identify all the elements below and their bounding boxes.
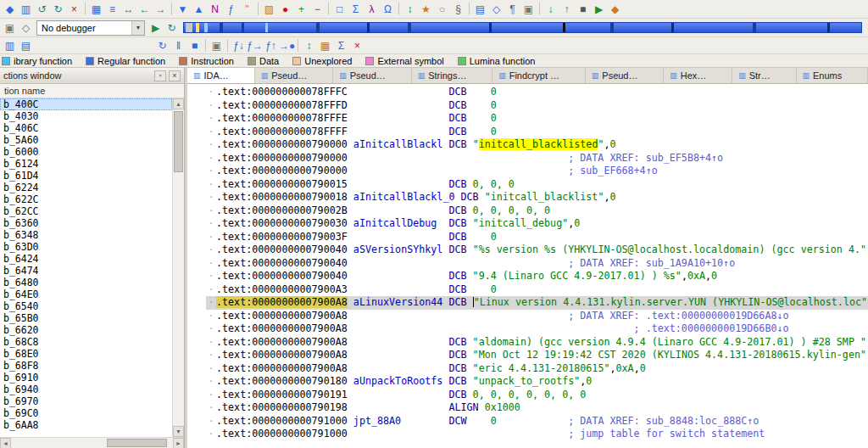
- disasm-line[interactable]: ·.text:00000000007900A8 DCB "eric 4.4.13…: [206, 362, 868, 376]
- run-to-cursor-icon[interactable]: →●: [279, 38, 295, 53]
- source-toggle-icon[interactable]: ▣: [2, 20, 18, 36]
- marker-icon[interactable]: ◆: [607, 2, 623, 17]
- ida-view-icon[interactable]: ▥: [18, 2, 34, 17]
- disasm-line[interactable]: ·.text:0000000000790198 ALIGN 0x1000: [206, 401, 868, 415]
- disasm-line[interactable]: ·.text:0000000000790000 aInitcallBlackl …: [206, 138, 868, 152]
- function-list-item[interactable]: b_6910: [0, 372, 172, 384]
- disasm-line[interactable]: ·.text:0000000000790040 DCB "9.4 (Linaro…: [206, 270, 868, 283]
- disasm-line[interactable]: ·.text:00000000007900A8 ; .text:00000000…: [206, 322, 868, 336]
- structures-icon[interactable]: □: [331, 2, 348, 17]
- tracing-icon[interactable]: ↕: [301, 38, 317, 53]
- function-list-item[interactable]: b_6474: [0, 265, 172, 277]
- function-list-item[interactable]: b_6124: [0, 158, 172, 170]
- disasm-line[interactable]: ·.text:000000000079003F DCB 0: [206, 231, 868, 244]
- function-list-item[interactable]: b_6000: [0, 146, 172, 158]
- tab-strings[interactable]: ▥Strings…: [412, 68, 493, 83]
- comments-icon[interactable]: ¶: [504, 2, 520, 17]
- tab-pseud[interactable]: ▥Pseud…: [255, 68, 334, 83]
- function-list-item[interactable]: b_6424: [0, 253, 172, 265]
- continue-process-icon[interactable]: ↻: [154, 38, 170, 53]
- scroll-down-icon[interactable]: ▼: [173, 426, 184, 437]
- signatures-icon[interactable]: Σ: [348, 2, 364, 17]
- function-list-item[interactable]: b_4030: [0, 110, 172, 122]
- disasm-line[interactable]: ·.text:000000000079002B DCB 0, 0, 0, 0, …: [206, 204, 868, 218]
- windows-icon[interactable]: ▤: [472, 2, 488, 17]
- disasm-line[interactable]: ·.text:00000000007900A8 aLinuxVersion44 …: [206, 296, 868, 310]
- add-icon[interactable]: +: [293, 2, 309, 17]
- function-list-item[interactable]: b_6AA8: [0, 419, 172, 431]
- segments-icon[interactable]: ▧: [261, 2, 277, 17]
- horizontal-scroll-thumb[interactable]: [107, 439, 168, 447]
- functions-horizontal-scrollbar[interactable]: ◄ ►: [0, 437, 184, 448]
- tab-pseud[interactable]: ▥Pseud…: [586, 68, 665, 83]
- tab-str[interactable]: ▥Str…: [732, 68, 796, 83]
- jump-up-icon[interactable]: ▲: [191, 2, 207, 17]
- disasm-line[interactable]: ·.text:00000000007900A8 DCB "aldomain) (…: [206, 336, 868, 350]
- disasm-line[interactable]: ·.text:0000000000790015 DCB 0, 0, 0: [206, 178, 868, 192]
- disasm-line[interactable]: ·.text:000000000078FFFE DCB 0: [206, 112, 868, 126]
- scripts-icon[interactable]: λ: [364, 2, 380, 17]
- navigation-band[interactable]: [183, 22, 862, 33]
- float-panel-icon[interactable]: ▫: [154, 70, 166, 81]
- tab-findcrypt[interactable]: ▥Findcrypt …: [492, 68, 586, 83]
- memory-view-icon[interactable]: ▦: [317, 38, 333, 53]
- debugger-select[interactable]: No debugger ▼: [36, 20, 145, 36]
- run-until-return-icon[interactable]: ƒ↑: [263, 38, 279, 53]
- pause-process-icon[interactable]: ‖: [170, 38, 186, 53]
- function-list-item[interactable]: b_6360: [0, 217, 172, 229]
- play-icon[interactable]: ▶: [591, 2, 607, 17]
- imports-icon[interactable]: Ω: [380, 2, 396, 17]
- function-list-item[interactable]: b_68F8: [0, 360, 172, 372]
- function-list-item[interactable]: b_65B0: [0, 312, 172, 324]
- scroll-up-icon[interactable]: ▲: [173, 98, 184, 109]
- disasm-line[interactable]: ·.text:00000000007900A8 ; DATA XREF: .te…: [206, 310, 868, 323]
- disasm-line[interactable]: ·.text:0000000000790030 aInitcallDebug D…: [206, 217, 868, 231]
- functions-vertical-scrollbar[interactable]: ▲ ▼: [172, 98, 184, 437]
- debugger-windows-icon[interactable]: ▣: [209, 38, 225, 53]
- function-list-item[interactable]: b_68C8: [0, 336, 172, 348]
- text-view-icon[interactable]: ≡: [104, 2, 120, 17]
- disasm-line[interactable]: ·.text:000000000078FFFF DCB 0: [206, 126, 868, 139]
- disasm-line[interactable]: ·.text:0000000000790040 aSVersionSYhkyl …: [206, 244, 868, 257]
- disasm-line[interactable]: ·.text:0000000000790000 ; DATA XREF: sub…: [206, 152, 868, 165]
- forward-icon[interactable]: →: [153, 2, 169, 17]
- swap-icon[interactable]: ↕: [402, 2, 418, 17]
- step-into-icon[interactable]: ƒ↓: [231, 38, 247, 53]
- disasm-line[interactable]: ·.text:0000000000791000 ; jump table for…: [206, 428, 868, 441]
- navigate-icon[interactable]: ◆: [2, 2, 18, 17]
- tab-enums[interactable]: ▥Enums: [797, 68, 868, 83]
- function-list-item[interactable]: b_6970: [0, 395, 172, 407]
- disasm-line[interactable]: ·.text:00000000007900A8 DCB "Mon Oct 12 …: [206, 349, 868, 362]
- disasm-line[interactable]: ·.text:0000000000791000 jpt_88A0 DCW 0 ;…: [206, 415, 868, 428]
- functions-icon[interactable]: ƒ: [223, 2, 239, 17]
- function-list-item[interactable]: b_6480: [0, 277, 172, 288]
- stop-analysis-icon[interactable]: ■: [575, 2, 591, 17]
- stack-trace-icon[interactable]: Σ: [333, 38, 349, 53]
- disasm-line[interactable]: ·.text:000000000078FFFD DCB 0: [206, 99, 868, 113]
- function-list-item[interactable]: b_400C: [0, 98, 172, 110]
- plugins-icon[interactable]: ◇: [488, 2, 504, 17]
- function-list-item[interactable]: b_5A60: [0, 134, 172, 146]
- scroll-right-icon[interactable]: ►: [173, 438, 184, 448]
- attach-process-icon[interactable]: ↻: [164, 20, 180, 36]
- tab-hex[interactable]: ▥Hex…: [664, 68, 732, 83]
- disasm-line[interactable]: ·.text:000000000078FFFC DCB 0: [206, 86, 868, 99]
- redo-icon[interactable]: ↻: [50, 2, 66, 17]
- remove-icon[interactable]: −: [309, 2, 326, 17]
- options-icon[interactable]: §: [450, 2, 466, 17]
- function-list-item[interactable]: b_62CC: [0, 205, 172, 217]
- bookmark-icon[interactable]: ★: [418, 2, 434, 17]
- close-panel-icon[interactable]: ×: [169, 70, 181, 81]
- scroll-down-icon[interactable]: ↓: [542, 2, 559, 17]
- function-list-item[interactable]: b_63D0: [0, 241, 172, 253]
- function-list-item[interactable]: b_6224: [0, 182, 172, 193]
- desktop-layout-icon[interactable]: ▥: [2, 38, 18, 53]
- function-list-item[interactable]: b_406C: [0, 122, 172, 134]
- stop-process-icon[interactable]: ■: [186, 38, 203, 53]
- function-name-column-header[interactable]: tion name: [0, 84, 184, 98]
- function-list-item[interactable]: b_6540: [0, 300, 172, 312]
- desktop-icon[interactable]: ▣: [520, 2, 537, 17]
- colors-icon[interactable]: ○: [434, 2, 450, 17]
- scroll-left-icon[interactable]: ◄: [0, 438, 11, 448]
- function-list-item[interactable]: b_61D4: [0, 170, 172, 182]
